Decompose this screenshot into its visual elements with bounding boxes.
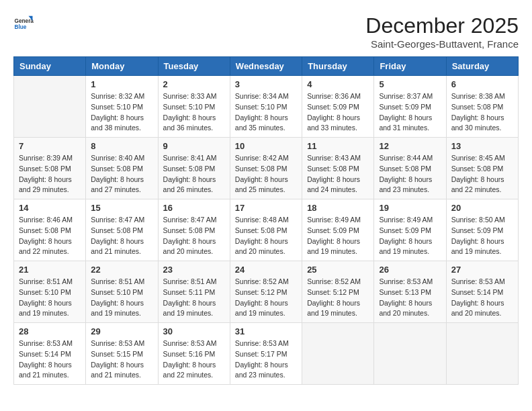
table-row: 30Sunrise: 8:53 AMSunset: 5:16 PMDayligh… xyxy=(158,323,230,385)
table-row: 15Sunrise: 8:47 AMSunset: 5:08 PMDayligh… xyxy=(86,199,158,261)
col-tuesday: Tuesday xyxy=(158,57,230,76)
day-info: Sunrise: 8:50 AMSunset: 5:09 PMDaylight:… xyxy=(451,215,513,257)
table-row: 31Sunrise: 8:53 AMSunset: 5:17 PMDayligh… xyxy=(230,323,302,385)
day-info: Sunrise: 8:38 AMSunset: 5:08 PMDaylight:… xyxy=(451,91,513,134)
header: General Blue December 2025 Saint-Georges… xyxy=(13,13,519,50)
day-info: Sunrise: 8:40 AMSunset: 5:08 PMDaylight:… xyxy=(91,153,152,195)
table-row: 18Sunrise: 8:49 AMSunset: 5:09 PMDayligh… xyxy=(302,199,374,261)
table-row xyxy=(302,323,374,385)
day-info: Sunrise: 8:43 AMSunset: 5:08 PMDaylight:… xyxy=(307,153,369,195)
day-number: 25 xyxy=(307,265,369,275)
day-number: 13 xyxy=(451,141,513,151)
calendar-week-row: 14Sunrise: 8:46 AMSunset: 5:08 PMDayligh… xyxy=(14,199,519,261)
col-wednesday: Wednesday xyxy=(230,57,302,76)
day-number: 11 xyxy=(307,141,369,151)
table-row: 12Sunrise: 8:44 AMSunset: 5:08 PMDayligh… xyxy=(374,138,446,199)
day-info: Sunrise: 8:53 AMSunset: 5:15 PMDaylight:… xyxy=(91,338,152,381)
day-info: Sunrise: 8:44 AMSunset: 5:08 PMDaylight:… xyxy=(379,153,441,195)
day-info: Sunrise: 8:36 AMSunset: 5:09 PMDaylight:… xyxy=(307,91,369,134)
day-info: Sunrise: 8:47 AMSunset: 5:08 PMDaylight:… xyxy=(163,215,225,257)
location-title: Saint-Georges-Buttavent, France xyxy=(365,38,519,50)
day-number: 20 xyxy=(451,203,513,213)
day-number: 10 xyxy=(235,141,297,151)
table-row: 19Sunrise: 8:49 AMSunset: 5:09 PMDayligh… xyxy=(374,199,446,261)
day-info: Sunrise: 8:53 AMSunset: 5:14 PMDaylight:… xyxy=(19,338,81,381)
day-number: 22 xyxy=(91,265,152,275)
day-info: Sunrise: 8:39 AMSunset: 5:08 PMDaylight:… xyxy=(19,153,81,195)
table-row: 24Sunrise: 8:52 AMSunset: 5:12 PMDayligh… xyxy=(230,261,302,323)
day-number: 16 xyxy=(163,203,225,213)
calendar-week-row: 1Sunrise: 8:32 AMSunset: 5:10 PMDaylight… xyxy=(14,76,519,138)
calendar-header-row: Sunday Monday Tuesday Wednesday Thursday… xyxy=(14,57,519,76)
table-row: 23Sunrise: 8:51 AMSunset: 5:11 PMDayligh… xyxy=(158,261,230,323)
day-number: 3 xyxy=(235,79,297,89)
day-info: Sunrise: 8:48 AMSunset: 5:08 PMDaylight:… xyxy=(235,215,297,257)
day-number: 18 xyxy=(307,203,369,213)
calendar-table: Sunday Monday Tuesday Wednesday Thursday… xyxy=(13,56,519,385)
day-info: Sunrise: 8:53 AMSunset: 5:17 PMDaylight:… xyxy=(235,338,297,381)
col-monday: Monday xyxy=(86,57,158,76)
table-row: 26Sunrise: 8:53 AMSunset: 5:13 PMDayligh… xyxy=(374,261,446,323)
table-row: 21Sunrise: 8:51 AMSunset: 5:10 PMDayligh… xyxy=(14,261,86,323)
day-info: Sunrise: 8:34 AMSunset: 5:10 PMDaylight:… xyxy=(235,91,297,134)
day-number: 7 xyxy=(19,141,81,151)
day-info: Sunrise: 8:53 AMSunset: 5:16 PMDaylight:… xyxy=(163,338,225,381)
day-info: Sunrise: 8:45 AMSunset: 5:08 PMDaylight:… xyxy=(451,153,513,195)
calendar-week-row: 21Sunrise: 8:51 AMSunset: 5:10 PMDayligh… xyxy=(14,261,519,323)
col-sunday: Sunday xyxy=(14,57,86,76)
table-row: 7Sunrise: 8:39 AMSunset: 5:08 PMDaylight… xyxy=(14,138,86,199)
table-row: 3Sunrise: 8:34 AMSunset: 5:10 PMDaylight… xyxy=(230,76,302,138)
logo: General Blue xyxy=(13,13,34,34)
day-number: 8 xyxy=(91,141,152,151)
day-number: 6 xyxy=(451,79,513,89)
calendar-week-row: 28Sunrise: 8:53 AMSunset: 5:14 PMDayligh… xyxy=(14,323,519,385)
logo-icon: General Blue xyxy=(13,13,34,34)
svg-text:Blue: Blue xyxy=(15,24,27,30)
table-row: 4Sunrise: 8:36 AMSunset: 5:09 PMDaylight… xyxy=(302,76,374,138)
day-number: 17 xyxy=(235,203,297,213)
day-info: Sunrise: 8:33 AMSunset: 5:10 PMDaylight:… xyxy=(163,91,225,134)
col-saturday: Saturday xyxy=(446,57,518,76)
table-row: 17Sunrise: 8:48 AMSunset: 5:08 PMDayligh… xyxy=(230,199,302,261)
day-number: 31 xyxy=(235,326,297,336)
table-row: 1Sunrise: 8:32 AMSunset: 5:10 PMDaylight… xyxy=(86,76,158,138)
table-row xyxy=(374,323,446,385)
day-number: 15 xyxy=(91,203,152,213)
col-friday: Friday xyxy=(374,57,446,76)
day-info: Sunrise: 8:53 AMSunset: 5:14 PMDaylight:… xyxy=(451,277,513,319)
day-info: Sunrise: 8:51 AMSunset: 5:10 PMDaylight:… xyxy=(91,277,152,319)
day-number: 26 xyxy=(379,265,441,275)
day-number: 24 xyxy=(235,265,297,275)
table-row: 5Sunrise: 8:37 AMSunset: 5:09 PMDaylight… xyxy=(374,76,446,138)
day-number: 30 xyxy=(163,326,225,336)
table-row: 22Sunrise: 8:51 AMSunset: 5:10 PMDayligh… xyxy=(86,261,158,323)
day-info: Sunrise: 8:52 AMSunset: 5:12 PMDaylight:… xyxy=(307,277,369,319)
day-info: Sunrise: 8:49 AMSunset: 5:09 PMDaylight:… xyxy=(307,215,369,257)
table-row xyxy=(446,323,518,385)
day-number: 23 xyxy=(163,265,225,275)
day-number: 5 xyxy=(379,79,441,89)
day-info: Sunrise: 8:51 AMSunset: 5:10 PMDaylight:… xyxy=(19,277,81,319)
table-row: 2Sunrise: 8:33 AMSunset: 5:10 PMDaylight… xyxy=(158,76,230,138)
day-number: 1 xyxy=(91,79,152,89)
day-number: 9 xyxy=(163,141,225,151)
day-info: Sunrise: 8:47 AMSunset: 5:08 PMDaylight:… xyxy=(91,215,152,257)
table-row: 11Sunrise: 8:43 AMSunset: 5:08 PMDayligh… xyxy=(302,138,374,199)
day-number: 28 xyxy=(19,326,81,336)
table-row: 25Sunrise: 8:52 AMSunset: 5:12 PMDayligh… xyxy=(302,261,374,323)
calendar-week-row: 7Sunrise: 8:39 AMSunset: 5:08 PMDaylight… xyxy=(14,138,519,199)
table-row: 29Sunrise: 8:53 AMSunset: 5:15 PMDayligh… xyxy=(86,323,158,385)
day-info: Sunrise: 8:37 AMSunset: 5:09 PMDaylight:… xyxy=(379,91,441,134)
day-info: Sunrise: 8:53 AMSunset: 5:13 PMDaylight:… xyxy=(379,277,441,319)
day-number: 27 xyxy=(451,265,513,275)
table-row: 14Sunrise: 8:46 AMSunset: 5:08 PMDayligh… xyxy=(14,199,86,261)
table-row: 9Sunrise: 8:41 AMSunset: 5:08 PMDaylight… xyxy=(158,138,230,199)
table-row: 8Sunrise: 8:40 AMSunset: 5:08 PMDaylight… xyxy=(86,138,158,199)
day-number: 29 xyxy=(91,326,152,336)
table-row: 27Sunrise: 8:53 AMSunset: 5:14 PMDayligh… xyxy=(446,261,518,323)
day-number: 12 xyxy=(379,141,441,151)
table-row: 13Sunrise: 8:45 AMSunset: 5:08 PMDayligh… xyxy=(446,138,518,199)
day-number: 4 xyxy=(307,79,369,89)
table-row: 28Sunrise: 8:53 AMSunset: 5:14 PMDayligh… xyxy=(14,323,86,385)
day-info: Sunrise: 8:41 AMSunset: 5:08 PMDaylight:… xyxy=(163,153,225,195)
